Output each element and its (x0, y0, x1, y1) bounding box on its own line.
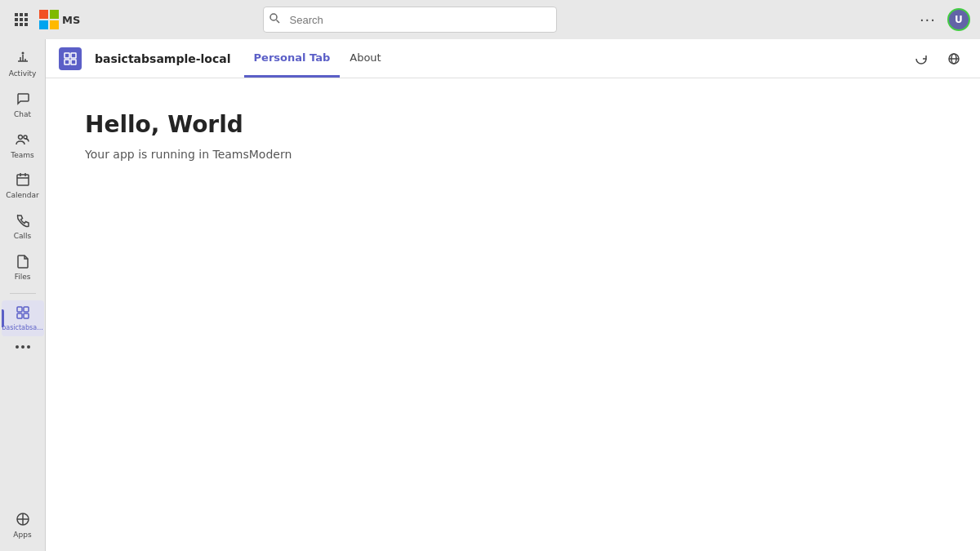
sidebar-divider (10, 293, 36, 294)
search-input[interactable] (263, 7, 557, 33)
ms-logo: MS (39, 10, 80, 29)
calendar-icon (16, 172, 30, 189)
sidebar-item-calendar[interactable]: Calendar (2, 167, 44, 205)
top-bar: MS ··· U (0, 0, 980, 39)
sidebar-item-calls[interactable]: Calls (2, 208, 44, 246)
svg-rect-4 (20, 18, 23, 21)
tab-about[interactable]: About (340, 39, 390, 78)
svg-rect-6 (15, 23, 18, 26)
activity-icon (16, 51, 30, 68)
svg-point-12 (18, 135, 22, 139)
avatar[interactable]: U (947, 8, 970, 31)
ms-logo-red (39, 10, 48, 19)
app-tabs: Personal Tab About (244, 39, 391, 78)
sidebar: Activity Chat Teams (0, 39, 46, 551)
app-header-actions (908, 46, 967, 72)
apps-icon (16, 512, 30, 529)
ms-logo-box (39, 10, 59, 29)
sidebar-more-button[interactable] (2, 340, 44, 354)
svg-rect-3 (15, 18, 18, 21)
svg-rect-19 (24, 307, 29, 312)
svg-rect-21 (24, 313, 29, 318)
chat-icon (16, 91, 30, 109)
svg-point-24 (27, 345, 30, 349)
svg-rect-7 (20, 23, 23, 26)
sidebar-item-label: basictabsa... (2, 324, 43, 332)
main-content: Hello, World Your app is running in Team… (46, 78, 980, 551)
refresh-button[interactable] (908, 46, 934, 72)
svg-rect-0 (15, 13, 18, 16)
top-bar-right: ··· U (915, 7, 970, 33)
app-icon (59, 47, 82, 70)
sidebar-item-label: Files (15, 273, 31, 282)
search-bar (263, 7, 557, 33)
content-area: basictabsample-local Personal Tab About (46, 39, 980, 551)
ms-logo-blue (39, 20, 48, 29)
sidebar-item-label: Calendar (6, 191, 38, 200)
sidebar-item-label: Apps (13, 531, 31, 540)
svg-point-23 (21, 345, 24, 349)
files-icon (16, 254, 30, 271)
svg-point-11 (21, 52, 24, 55)
sidebar-item-basictabsample[interactable]: basictabsa... (2, 300, 44, 337)
svg-rect-28 (65, 53, 69, 58)
page-subtitle: Your app is running in TeamsModern (85, 148, 941, 161)
svg-rect-5 (24, 18, 28, 21)
sidebar-item-teams[interactable]: Teams (2, 127, 44, 165)
sidebar-item-label: Chat (14, 110, 31, 119)
svg-rect-8 (24, 23, 28, 26)
teams-icon (16, 132, 30, 149)
more-options-button[interactable]: ··· (915, 7, 941, 33)
ms-logo-yellow (50, 20, 59, 29)
basictabsample-icon (16, 305, 30, 322)
waffle-icon[interactable] (10, 8, 33, 31)
svg-point-9 (270, 14, 277, 20)
sidebar-item-label: Teams (11, 151, 33, 160)
ms-label: MS (62, 14, 80, 26)
svg-rect-30 (65, 60, 69, 64)
sidebar-item-label: Calls (14, 232, 32, 241)
svg-rect-29 (71, 53, 76, 58)
sidebar-item-label: Activity (9, 69, 37, 78)
sidebar-item-chat[interactable]: Chat (2, 87, 44, 124)
page-title: Hello, World (85, 111, 941, 138)
ms-logo-green (50, 10, 59, 19)
top-bar-left: MS (10, 8, 80, 31)
svg-rect-18 (17, 307, 22, 312)
sidebar-item-files[interactable]: Files (2, 249, 44, 287)
sidebar-item-activity[interactable]: Activity (2, 46, 44, 83)
tab-personal[interactable]: Personal Tab (244, 39, 341, 78)
sidebar-item-apps[interactable]: Apps (2, 507, 44, 544)
search-icon (270, 13, 280, 26)
app-header: basictabsample-local Personal Tab About (46, 39, 980, 78)
svg-line-10 (276, 20, 279, 24)
svg-rect-14 (17, 175, 29, 185)
svg-rect-20 (17, 313, 22, 318)
svg-rect-2 (24, 13, 28, 16)
svg-rect-31 (71, 60, 76, 64)
app-name: basictabsample-local (95, 52, 231, 65)
svg-rect-1 (20, 13, 23, 16)
globe-button[interactable] (941, 46, 967, 72)
svg-point-22 (16, 345, 19, 349)
main-layout: Activity Chat Teams (0, 39, 980, 551)
calls-icon (16, 213, 30, 230)
